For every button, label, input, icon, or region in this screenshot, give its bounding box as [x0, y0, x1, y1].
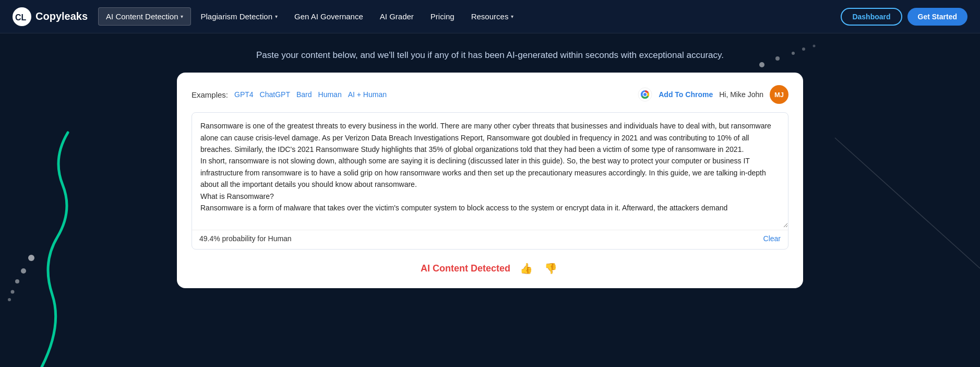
ai-detected-label: AI Content Detected — [421, 263, 510, 274]
clear-button[interactable]: Clear — [763, 234, 781, 243]
nav-ai-content-detection[interactable]: AI Content Detection ▾ — [98, 7, 191, 26]
chevron-down-icon: ▾ — [511, 14, 513, 19]
example-ai-human[interactable]: AI + Human — [348, 90, 387, 99]
probability-text: 49.4% probability for Human — [199, 234, 292, 243]
svg-text:CL: CL — [15, 13, 27, 22]
example-gpt4[interactable]: GPT4 — [234, 90, 254, 99]
content-input[interactable] — [192, 113, 788, 228]
nav-resources[interactable]: Resources ▾ — [464, 8, 521, 25]
svg-point-8 — [21, 268, 26, 274]
logo-text: Copyleaks — [35, 10, 88, 22]
thumbup-button[interactable]: 👍 — [518, 261, 535, 276]
main-content: Paste your content below, and we'll tell… — [0, 33, 980, 367]
svg-line-12 — [835, 138, 980, 268]
chevron-down-icon: ▾ — [275, 14, 278, 19]
dashboard-button[interactable]: Dashboard — [841, 8, 902, 26]
chevron-down-icon: ▾ — [181, 14, 183, 19]
svg-point-18 — [643, 93, 647, 96]
example-chatgpt[interactable]: ChatGPT — [260, 90, 290, 99]
textarea-footer: 49.4% probability for Human Clear — [192, 230, 788, 249]
thumbdown-button[interactable]: 👎 — [542, 261, 559, 276]
chrome-icon — [638, 87, 652, 102]
svg-point-9 — [15, 279, 19, 283]
main-card: Examples: GPT4 ChatGPT Bard Human AI + H… — [177, 73, 803, 288]
examples-row: Examples: GPT4 ChatGPT Bard Human AI + H… — [192, 85, 788, 104]
add-to-chrome-link[interactable]: Add To Chrome — [659, 90, 713, 99]
nav-items: AI Content Detection ▾ Plagiarism Detect… — [98, 7, 841, 26]
example-human[interactable]: Human — [318, 90, 342, 99]
svg-point-7 — [28, 255, 34, 261]
svg-point-10 — [11, 290, 15, 294]
nav-plagiarism-detection[interactable]: Plagiarism Detection ▾ — [193, 8, 285, 25]
example-bard[interactable]: Bard — [296, 90, 312, 99]
navbar: CL Copyleaks AI Content Detection ▾ Plag… — [0, 0, 980, 33]
avatar[interactable]: MJ — [770, 85, 788, 104]
result-row: AI Content Detected 👍 👎 — [192, 254, 788, 278]
nav-right: Dashboard Get Started — [841, 8, 967, 26]
page-subtitle: Paste your content below, and we'll tell… — [0, 33, 980, 73]
nav-gen-ai-governance[interactable]: Gen AI Governance — [287, 8, 371, 25]
logo[interactable]: CL Copyleaks — [13, 7, 88, 26]
nav-pricing[interactable]: Pricing — [423, 8, 462, 25]
nav-ai-grader[interactable]: AI Grader — [373, 8, 421, 25]
get-started-button[interactable]: Get Started — [907, 8, 967, 26]
svg-point-11 — [8, 298, 11, 301]
examples-left: Examples: GPT4 ChatGPT Bard Human AI + H… — [192, 90, 387, 99]
examples-right: Add To Chrome Hi, Mike John MJ — [638, 85, 788, 104]
text-area-wrapper: 49.4% probability for Human Clear — [192, 112, 788, 250]
examples-label: Examples: — [192, 90, 228, 99]
greeting-text: Hi, Mike John — [719, 90, 763, 99]
